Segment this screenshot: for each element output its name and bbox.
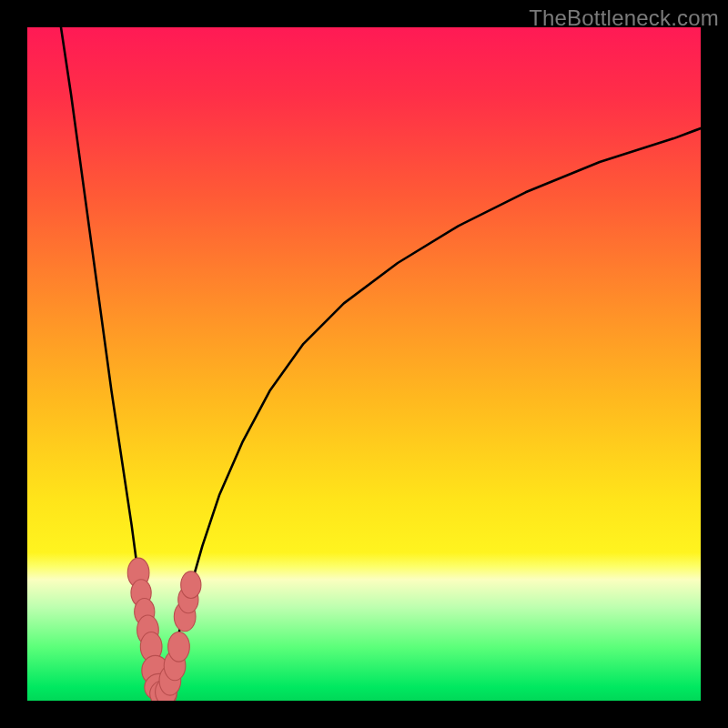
curve-right-branch xyxy=(162,128,701,695)
chart-frame: TheBottleneck.com xyxy=(0,0,728,728)
marker-dot xyxy=(181,571,201,599)
plot-area xyxy=(27,27,701,701)
chart-svg xyxy=(27,27,701,701)
marker-group xyxy=(127,558,201,701)
marker-dot xyxy=(168,632,190,662)
watermark-text: TheBottleneck.com xyxy=(529,5,719,31)
